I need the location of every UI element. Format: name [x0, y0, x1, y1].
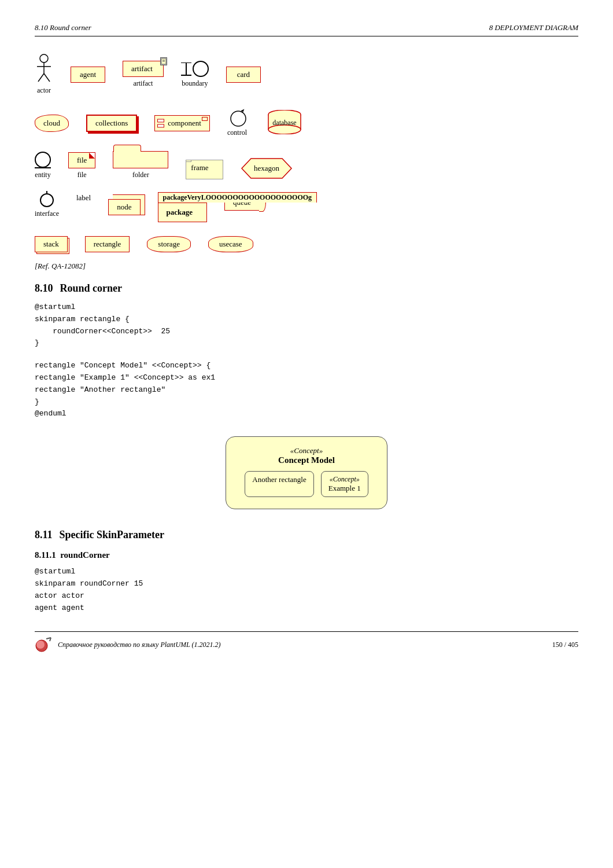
svg-point-8 [231, 111, 246, 126]
usecase-shape: usecase [208, 236, 253, 252]
shapes-row-1: actor agent artifact artifact [35, 54, 578, 95]
shape-card: card [226, 67, 261, 83]
entity-label: entity [35, 171, 50, 179]
svg-line-3 [38, 73, 44, 82]
shape-entity: entity [35, 152, 51, 179]
actor-label: actor [37, 86, 51, 95]
shapes-row-4: interface label node packageVeryLOOOOOOO… [35, 193, 578, 222]
shape-actor: actor [35, 54, 53, 95]
code-block-3: @startuml skinparam roundCorner 15 actor… [35, 566, 578, 614]
artifact-label: artifact [133, 79, 153, 88]
code-block-1: @startuml skinparam rectangle { roundCor… [35, 301, 578, 350]
shape-database: database [264, 110, 305, 137]
footer-text: Справочное руководство по языку PlantUML… [58, 641, 221, 649]
shape-usecase: usecase [208, 236, 253, 252]
control-icon [228, 109, 246, 126]
stack-shape: stack [35, 236, 68, 252]
collections-rect: collections [86, 115, 137, 132]
inner-rect-another: Another rectangle [245, 471, 313, 497]
page-header: 8.10 Round corner 8 DEPLOYMENT DIAGRAM [35, 23, 578, 36]
label-text: label [76, 193, 91, 203]
code-block-2: rectangle "Concept Model" <<Concept>> { … [35, 360, 578, 420]
svg-point-18 [36, 641, 45, 649]
file-label: file [77, 171, 87, 179]
diagram-container: «Concept» Concept Model Another rectangl… [35, 431, 578, 523]
diagram-box: «Concept» Concept Model Another rectangl… [226, 436, 387, 509]
rectangle-rect: rectangle [85, 236, 130, 252]
section-8111-heading: 8.11.1 roundCorner [35, 550, 578, 560]
shape-storage: storage [147, 236, 191, 252]
section-811-heading: 8.11Specific SkinParameter [35, 529, 578, 541]
footer-page: 150 / 405 [552, 641, 578, 649]
shape-agent: agent [71, 67, 105, 83]
shapes-row-2: cloud collections component [35, 109, 578, 137]
shape-stack: stack [35, 236, 68, 252]
entity-icon [35, 152, 51, 168]
shapes-row-3: entity file file folder frame [35, 151, 578, 179]
diagram-inner: Another rectangle «Concept» Example 1 [240, 471, 373, 497]
shape-cloud: cloud [35, 115, 69, 132]
control-label: control [227, 128, 247, 137]
shape-boundary: boundary [181, 61, 209, 88]
page-footer: Справочное руководство по языку PlantUML… [35, 631, 578, 653]
section-811: 8.11Specific SkinParameter 8.11.1 roundC… [35, 529, 578, 614]
svg-line-4 [44, 73, 50, 82]
diagram-box-title: «Concept» Concept Model [240, 446, 373, 465]
agent-rect: agent [71, 67, 105, 83]
svg-text:database: database [272, 119, 296, 127]
interface-icon [40, 193, 54, 207]
shape-artifact: artifact artifact [123, 61, 164, 88]
shape-folder: folder [113, 151, 168, 179]
svg-text:hexagon: hexagon [254, 164, 280, 172]
boundary-label: boundary [182, 79, 208, 88]
artifact-rect: artifact [123, 61, 164, 77]
shape-collections: collections [86, 115, 137, 132]
shape-file: file file [68, 152, 95, 179]
file-icon: file [68, 152, 95, 168]
shape-label: label [76, 193, 91, 203]
shape-control: control [227, 109, 247, 137]
shape-frame: frame [186, 160, 223, 179]
section-810-heading: 8.10Round corner [35, 282, 578, 295]
header-left: 8.10 Round corner [35, 23, 91, 32]
frame-label: frame [191, 163, 208, 172]
plantuml-logo-icon [35, 637, 53, 653]
actor-icon [35, 54, 53, 84]
shape-component: component [154, 115, 210, 131]
interface-label: interface [35, 209, 59, 218]
package-shape: packageVeryLOOOOOOOOOOOOOOOOOOOg package [158, 203, 208, 222]
cloud-shape: cloud [35, 115, 69, 132]
header-right: 8 DEPLOYMENT DIAGRAM [489, 23, 578, 32]
node-shape: node [108, 199, 140, 215]
card-rect: card [226, 67, 261, 83]
shape-hexagon: hexagon [241, 157, 293, 179]
reference-text: [Ref. QA-12082] [35, 262, 578, 271]
folder-label: folder [132, 171, 149, 179]
frame-shape: frame [186, 160, 223, 179]
footer-logo: Справочное руководство по языку PlantUML… [35, 637, 221, 653]
component-inner-icon [202, 117, 208, 121]
shapes-row-5: stack rectangle storage usecase [35, 236, 578, 252]
folder-shape [113, 151, 168, 168]
inner-rect-example-label: Example 1 [328, 484, 361, 492]
inner-rect-another-label: Another rectangle [252, 475, 306, 484]
shape-node: node [108, 193, 140, 215]
artifact-doc-icon [161, 58, 167, 65]
section-8111: 8.11.1 roundCorner @startuml skinparam r… [35, 550, 578, 614]
inner-rect-example: «Concept» Example 1 [321, 471, 368, 497]
section-810: 8.10Round corner @startuml skinparam rec… [35, 282, 578, 523]
hexagon-icon: hexagon [241, 157, 293, 179]
shape-interface: interface [35, 193, 59, 218]
database-icon: database [264, 110, 305, 137]
shape-package: packageVeryLOOOOOOOOOOOOOOOOOOOg package [158, 203, 208, 222]
boundary-circle [193, 61, 209, 77]
storage-shape: storage [147, 236, 191, 252]
component-label: component [168, 119, 201, 127]
component-tabs-icon [157, 119, 164, 127]
svg-point-0 [40, 54, 48, 62]
shape-rectangle: rectangle [85, 236, 130, 252]
